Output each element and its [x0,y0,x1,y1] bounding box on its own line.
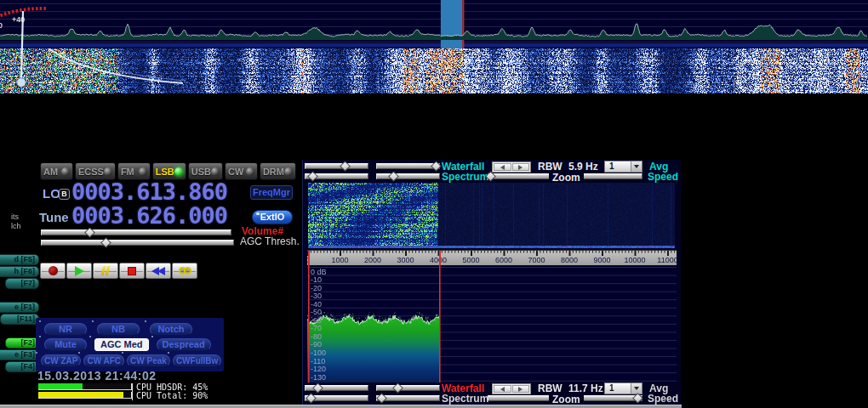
lo-frequency-display[interactable]: 0003.613.860 [71,180,227,203]
fkey-button-f2[interactable]: [F2] [5,337,39,348]
dsp-button-cwfullbw[interactable]: CWFullBw [173,354,221,367]
dropdown-arrow-icon[interactable] [631,162,642,172]
af-bottom-spectrum-label[interactable]: Spectrum [442,394,488,404]
tune-frequency-display[interactable]: 0003.626.000 [71,204,227,227]
af-bottom-rbw-value: 11.7 Hz [568,383,603,394]
af-top-speed-label: Speed [648,172,678,182]
mode-label: USB [191,167,211,177]
af-top-avg-value: 1 [605,162,631,172]
shift-left-button[interactable] [494,385,511,393]
dsp-button-nb[interactable]: NB [97,323,140,336]
af-top-slider-4[interactable] [376,172,440,181]
date-time-display: 15.03.2013 21:44:02 [37,369,157,382]
af-top-slider-3[interactable] [305,172,368,181]
dsp-button-mute[interactable]: Mute [44,338,87,351]
lo-bind-button[interactable]: B [59,189,70,200]
record-icon [49,266,58,275]
tuning-passband-indicator[interactable] [440,110,465,159]
shift-right-button[interactable] [512,385,530,393]
audio-frequency-scale[interactable] [307,250,677,265]
af-top-spectrum-label[interactable]: Spectrum [442,172,488,182]
dsp-button-agc-med[interactable]: AGC Med [94,338,149,351]
pause-button[interactable] [93,263,118,279]
af-bottom-slider-4[interactable] [376,394,440,403]
mode-led-icon [284,167,293,176]
audio-display-panel: Waterfall RBW 5.9 Hz 1 Avg Spectrum Zoom… [302,160,681,408]
rf-spectrum-display[interactable] [0,0,868,48]
cpu-bar-fill [38,383,83,389]
right-arrow-icon [518,165,523,170]
play-button[interactable] [66,263,92,279]
mode-button-ecss[interactable]: ECSS [75,162,116,180]
af-bottom-avg-value: 1 [605,383,631,394]
slider-track[interactable] [305,163,368,169]
mode-led-icon [61,167,70,176]
bottom-edge-strip [0,405,682,408]
dsp-button-cw-peak[interactable]: CW Peak [127,354,170,367]
slider-track[interactable] [41,230,231,235]
dsp-button-cw-afc[interactable]: CW AFC [83,354,124,367]
left-arrow-icon [500,165,505,170]
freq-manager-button[interactable]: FreqMgr [250,185,293,200]
mode-button-cw[interactable]: CW [225,162,258,180]
tune-label: Tune [39,210,69,224]
mode-label: FM [121,167,134,177]
mode-button-usb[interactable]: USB [188,162,223,180]
transport-button-row [40,263,197,279]
slider-track[interactable] [376,173,440,179]
fkey-button-f11[interactable]: [F11] [0,314,39,325]
dsp-button-despread[interactable]: Despread [157,338,211,351]
fkey-button-f6[interactable]: h [F6] [0,266,39,277]
audio-waterfall-display[interactable] [308,183,675,248]
cpu-bar-fill [38,392,123,398]
stop-button[interactable] [119,263,145,279]
shift-right-button[interactable] [512,163,530,171]
mode-label: CW [228,167,243,177]
fkey-button-f1[interactable]: e [F1] [0,302,39,313]
pause-icon [101,266,110,275]
mode-led-icon [174,167,183,176]
audio-spectrum-display[interactable] [307,265,677,382]
volume-slider[interactable] [41,228,231,237]
mode-led-icon [246,167,254,176]
af-bottom-slider-1[interactable] [305,383,368,393]
cpu-text: CPU Total: 90% [132,392,208,400]
dropdown-arrow-icon[interactable] [631,383,642,394]
right-arrow-icon [518,387,523,392]
mode-button-fm[interactable]: FM [117,162,151,180]
extio-button[interactable]: ExtIO [252,210,293,224]
mode-button-am[interactable]: AM [40,162,73,180]
af-top-slider-2[interactable] [376,162,440,171]
agc-threshold-label: AGC Thresh. [240,235,300,247]
af-bottom-zoom-slider[interactable]: Zoom [488,394,642,403]
dsp-button-cw-zap[interactable]: CW ZAP [41,354,81,367]
loop-button[interactable] [172,263,197,279]
af-top-zoom-label: Zoom [549,173,584,183]
s-meter [0,0,47,94]
squelch-fragment: lch [11,223,21,230]
mode-button-drm[interactable]: DRM [260,162,296,180]
fkey-button-f4[interactable]: [F4] [5,361,39,372]
af-top-rbw-value: 5.9 Hz [568,162,598,172]
af-bottom-slider-2[interactable] [376,383,440,393]
mode-led-icon [139,167,147,176]
rewind-icon [151,267,165,275]
af-top-zoom-slider[interactable]: Zoom [488,172,642,181]
fkey-button-f7[interactable]: [F7] [5,278,39,289]
af-top-slider-1[interactable] [305,162,368,171]
record-button[interactable] [40,263,66,279]
fkey-button-f3[interactable]: e [F3] [0,349,39,360]
dsp-button-notch[interactable]: Notch [150,323,192,336]
slider-track[interactable] [41,240,234,246]
af-bottom-slider-3[interactable] [305,394,368,403]
fkey-button-f5[interactable]: d [F5] [0,254,39,265]
rewind-button[interactable] [146,263,171,279]
af-bottom-zoom-label: Zoom [549,394,584,405]
shift-left-button[interactable] [494,163,511,171]
mode-label: AM [43,167,58,177]
slider-track[interactable] [376,385,440,391]
mode-button-lsb[interactable]: LSB [152,162,186,180]
agc-threshold-slider[interactable] [41,238,234,247]
dsp-button-nr[interactable]: NR [44,323,87,336]
af-top-avg-dropdown[interactable]: 1 [604,161,642,173]
